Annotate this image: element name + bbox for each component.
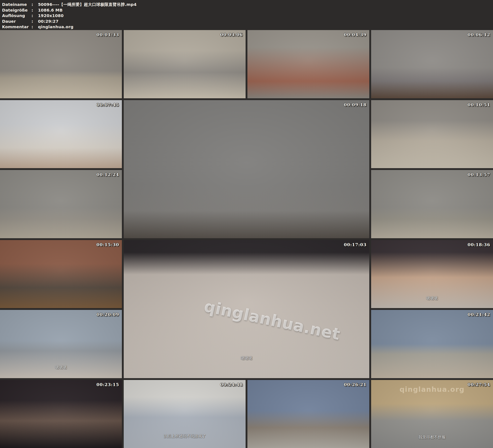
thumbnail-grid: 00:01:33 00:03:06 00:04:39 00:06:12 00:0… (0, 30, 493, 448)
timestamp-overlay: 00:04:39 (344, 32, 367, 37)
meta-separator: : (32, 2, 38, 8)
video-thumbnail: 00:26:21 (247, 380, 369, 448)
timestamp-overlay: 00:21:42 (468, 312, 490, 317)
video-thumbnail: 00:20:09 嗯嗯嗯 (0, 310, 122, 378)
timestamp-overlay: 00:10:51 (468, 102, 490, 107)
contact-sheet: Dateiname : 50096----【一绳所爱】超大口球极限直臂吊脖.mp… (0, 0, 493, 448)
subtitle-caption: 嗯嗯嗯 (124, 356, 369, 361)
video-thumbnail: 00:13:57 (371, 170, 493, 238)
metadata-header: Dateiname : 50096----【一绳所爱】超大口球极限直臂吊脖.mp… (0, 0, 493, 30)
meta-separator: : (32, 24, 38, 30)
timestamp-overlay: 00:18:36 (468, 242, 490, 247)
video-thumbnail: 00:10:51 (371, 100, 493, 168)
meta-value-filename: 50096----【一绳所爱】超大口球极限直臂吊脖.mp4 (38, 2, 136, 8)
watermark-text: qinglanhua.net (202, 297, 342, 344)
timestamp-overlay: 00:23:15 (97, 382, 119, 387)
video-thumbnail: 00:27:54 qinglanhua.org 我觉得都不舒服 (371, 380, 493, 448)
timestamp-overlay: 00:01:33 (97, 32, 119, 37)
meta-row-resolution: Auflösung : 1920x1080 (2, 13, 493, 19)
meta-label: Auflösung (2, 13, 32, 19)
timestamp-overlay: 00:26:21 (344, 382, 367, 387)
video-thumbnail: 00:23:15 (0, 380, 122, 448)
video-thumbnail: 00:18:36 嗯嗯嗯 (371, 240, 493, 308)
video-thumbnail-large: 00:09:18 (124, 100, 369, 238)
meta-value-resolution: 1920x1080 (38, 13, 64, 19)
video-thumbnail: 00:21:42 (371, 310, 493, 378)
video-thumbnail: 00:04:39 (247, 30, 369, 98)
meta-row-duration: Dauer : 00:29:27 (2, 19, 493, 24)
video-thumbnail: 00:15:30 (0, 240, 122, 308)
timestamp-overlay: 00:15:30 (97, 242, 119, 247)
meta-row-comment: Kommentar : qinglanhua.org (2, 24, 493, 30)
timestamp-overlay: 00:07:45 (97, 102, 119, 107)
timestamp-overlay: 00:17:03 (344, 242, 367, 247)
video-thumbnail: 00:07:45 (0, 100, 122, 168)
meta-row-filename: Dateiname : 50096----【一绳所爱】超大口球极限直臂吊脖.mp… (2, 2, 493, 8)
video-thumbnail: 00:24:48 以后上班还玩不玩游戏了 (124, 380, 246, 448)
meta-separator: : (32, 13, 38, 19)
video-thumbnail: 00:06:12 (371, 30, 493, 98)
meta-separator: : (32, 19, 38, 24)
subtitle-caption: 嗯嗯嗯 (0, 365, 122, 370)
subtitle-caption: 我觉得都不舒服 (371, 435, 493, 440)
video-thumbnail-large: 00:17:03 qinglanhua.net 嗯嗯嗯 (124, 240, 369, 378)
meta-separator: : (32, 8, 38, 13)
timestamp-overlay: 00:03:06 (220, 32, 243, 37)
meta-label: Dateiname (2, 2, 32, 8)
meta-label: Dauer (2, 19, 32, 24)
video-thumbnail: 00:03:06 (124, 30, 246, 98)
meta-value-comment: qinglanhua.org (38, 24, 74, 30)
meta-label: Dateigröße (2, 8, 32, 13)
video-thumbnail: 00:01:33 (0, 30, 122, 98)
meta-value-filesize: 1086.6 MB (38, 8, 63, 13)
timestamp-overlay: 00:20:09 (97, 312, 119, 317)
meta-label: Kommentar (2, 24, 32, 30)
subtitle-caption: 嗯嗯嗯 (371, 296, 493, 301)
timestamp-overlay: 00:13:57 (468, 172, 490, 177)
timestamp-overlay: 00:27:54 (468, 382, 490, 387)
meta-row-filesize: Dateigröße : 1086.6 MB (2, 8, 493, 13)
subtitle-caption: 以后上班还玩不玩游戏了 (124, 434, 246, 439)
timestamp-overlay: 00:09:18 (344, 102, 367, 107)
timestamp-overlay: 00:06:12 (468, 32, 490, 37)
meta-value-duration: 00:29:27 (38, 19, 58, 24)
timestamp-overlay: 00:24:48 (220, 382, 243, 387)
video-thumbnail: 00:12:24 (0, 170, 122, 238)
timestamp-overlay: 00:12:24 (97, 172, 119, 177)
